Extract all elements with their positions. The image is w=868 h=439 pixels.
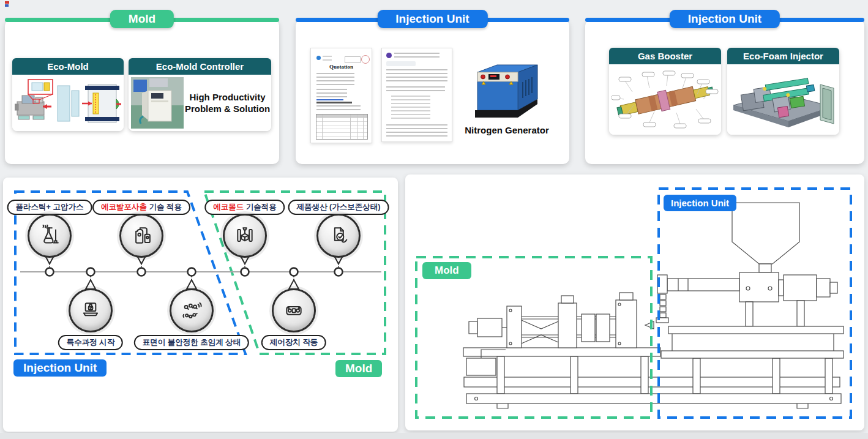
gas-booster-header: Gas Booster [609,48,721,64]
process-panel: 플라스틱+ 고압가스 에코발포사출 기술 적용 에코몰드 기술적용 제품생산 (… [3,178,398,432]
controller-caption: High Productivity Problem & Solution [184,91,271,115]
corner-logo-fragment [5,1,10,7]
machine-injection-label: Injection Unit [664,195,736,211]
mold-press-icon [233,223,257,248]
step-label-red: 에코몰드 [213,203,244,211]
nitrogen-generator-image [469,55,545,121]
eco-foam-injector-drawing [730,67,837,132]
injection-unit-zone-badge: Injection Unit [13,359,107,377]
eco-foam-injector-subcard: Eco-Foam Injector [727,48,839,135]
molecules-icon [179,298,204,323]
step-label-red: 에코발포사출 [101,203,147,211]
quotation-title: Quotation [311,64,372,70]
eco-mold-header: Eco-Mold [12,58,124,75]
step-label: 제품생산 (가스보존상태) [288,200,389,215]
flow-step-circle [272,288,316,332]
injection-parts-title: Injection Unit [670,10,780,28]
machine-line-drawing [405,174,864,430]
corner-logo-blue [5,4,9,7]
corner-logo-red [5,1,9,4]
eco-foam-injector-header: Eco-Foam Injector [727,48,839,64]
eco-mold-diagram-image [15,77,121,129]
email-doc-thumbnail [381,48,452,142]
machine-panel: Mold Injection Unit [405,174,864,430]
gas-booster-subcard: Gas Booster [609,48,721,135]
flow-step-circle [28,214,72,258]
step-label: 특수과정 시작 [58,335,123,350]
tanks-icon [129,223,154,248]
mold-zone-badge: Mold [335,360,382,377]
quotation-stamp [345,56,361,63]
quotation-doc-thumbnail: Quotation [310,48,372,143]
step-label-text: 기술 적용 [147,203,182,211]
flow-step-circle [119,214,163,258]
quotation-seal [361,55,370,64]
mold-card-title: Mold [110,10,174,28]
mold-card: Mold Eco-Mold [5,20,279,164]
controller-caption-line2: Problem & Solution [184,103,271,115]
gas-booster-drawing [612,67,719,132]
step-label-text: 기술적용 [244,203,276,211]
step-label: 제어장치 작동 [261,335,326,350]
page-bottom-strip [0,433,868,439]
injection-docs-title: Injection Unit [377,10,487,28]
step-label-text: 특수과정 시작 [67,338,114,347]
injection-parts-card: Injection Unit Gas Booster [585,20,864,164]
machine-mold-label: Mold [422,262,471,279]
nitrogen-generator-label: Nitrogen Generator [452,125,562,135]
email-subject-chip [386,61,416,66]
flask-icon [37,223,62,248]
laptop-check-icon [78,298,103,323]
step-label-text: 표면이 불안정한 초임계 상태 [143,338,241,347]
quotation-table [316,114,368,140]
eco-mold-controller-subcard: Eco-Mold Controller High Productivity Pr… [129,58,271,131]
eco-mold-controller-header: Eco-Mold Controller [129,58,271,75]
flow-step-circle [69,288,113,332]
product-check-icon [326,223,351,248]
quotation-logo-icon [316,56,321,60]
controller-photo [131,77,184,129]
step-label: 에코몰드 기술적용 [204,200,285,215]
flow-step-circle [170,288,214,332]
step-label-text: 제어장치 작동 [270,338,318,347]
controller-caption-line1: High Productivity [184,91,271,103]
controller-icon [282,298,306,323]
step-label-text: 제품생산 (가스보존상태) [297,203,381,211]
injection-docs-card: Injection Unit Quotation [296,20,569,164]
flow-step-circle [223,214,267,258]
email-avatar [386,53,392,58]
flow-step-circle [316,214,361,258]
eco-mold-subcard: Eco-Mold [12,58,124,131]
step-label: 에코발포사출 기술 적용 [92,200,190,215]
step-label: 표면이 불안정한 초임계 상태 [134,335,249,350]
step-label: 플라스틱+ 고압가스 [7,200,92,215]
slide-canvas: Mold Eco-Mold [0,0,868,439]
step-label-text: 플라스틱+ 고압가스 [16,203,84,211]
